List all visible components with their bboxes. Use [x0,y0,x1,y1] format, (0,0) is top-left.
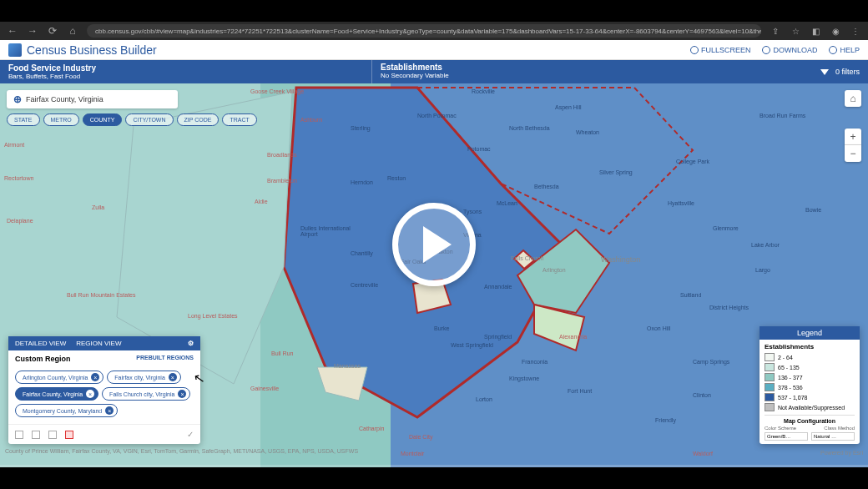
chip-remove-icon[interactable]: × [105,406,114,415]
detailed-view-tab[interactable]: DETAILED VIEW [15,340,66,347]
map-label: Sterling [351,125,371,131]
filter-icon[interactable] [820,69,829,75]
map-label: Rectortown [4,175,33,181]
video-play-button[interactable] [392,203,476,286]
fullscreen-icon [690,46,699,54]
filter-count[interactable]: 0 filters [835,68,860,76]
map-label: Tysons [463,209,482,214]
map-label: Aldie [255,199,268,204]
zoom-out-button[interactable]: − [845,145,861,162]
panel-toolbar: ✓ [8,424,200,444]
play-icon [423,226,452,263]
map-label: Franconia [522,359,548,365]
variable-bar: Food Service Industry Bars, Buffets, Fas… [0,60,868,83]
map-label: Airmont [4,142,24,148]
legend-row: 136 - 377 [765,373,855,381]
url-text: cbb.census.gov/cbb/#view=map&industries=… [95,28,761,35]
map-label: Alexandria [559,334,587,340]
home-button[interactable]: ⌂ [67,25,78,37]
map-label: Brambleton [267,178,297,184]
map-label: Fort Hunt [568,388,592,394]
map-label: Kingstowne [509,376,539,381]
map-label: Wheaton [576,129,599,135]
map-label: Lorton [476,396,492,402]
home-extent-button[interactable]: ⌂ [845,90,861,107]
legend-row: 2 - 64 [765,353,855,361]
map-label: Zulla [92,204,104,210]
fullscreen-button[interactable]: FULLSCREEN [690,46,751,54]
map-label: West Springfield [451,342,493,348]
region-chip[interactable]: Falls Church city, Virginia× [102,387,190,401]
map-label: Broadlands [267,152,296,158]
map-label: Burke [434,325,449,331]
geo-pill-city/town[interactable]: CITY/TOWN [125,113,173,126]
reload-button[interactable]: ⟳ [47,25,58,37]
geo-pill-tract[interactable]: TRACT [222,113,256,126]
download-button[interactable]: DOWNLOAD [762,46,817,54]
map-label: Delaplane [7,218,33,224]
legend-row: 537 - 1,078 [765,393,855,401]
back-button[interactable]: ← [7,25,18,37]
region-chip[interactable]: Arlington County, Virginia× [15,371,103,384]
industry-selector[interactable]: Food Service Industry Bars, Buffets, Fas… [0,60,371,83]
star-icon[interactable]: ☆ [790,25,801,37]
map-label: Long Level Estates [188,313,238,319]
forward-button[interactable]: → [27,25,38,37]
color-scheme-select[interactable]: Green/B… [765,432,808,441]
zoom-in-button[interactable]: + [845,129,861,145]
class-method-select[interactable]: Natural … [811,432,855,441]
chip-remove-icon[interactable]: × [169,373,177,381]
region-view-tab[interactable]: REGION VIEW [76,340,121,347]
map-config-title: Map Configuration [765,418,855,424]
map-label: Falls Church [511,255,543,261]
legend-row: 65 - 135 [765,363,855,371]
map-label: Ashburn [300,117,322,123]
geo-pill-metro[interactable]: METRO [43,113,79,126]
region-chip[interactable]: Montgomery County, Maryland× [15,404,118,417]
geo-pill-zip code[interactable]: ZIP CODE [177,113,220,126]
profile-icon[interactable]: ◉ [830,25,841,37]
tool-copy-icon[interactable] [48,431,57,439]
prebuilt-regions-link[interactable]: PREBUILT REGIONS [136,355,194,363]
panel-settings-icon[interactable]: ⚙ [188,340,194,347]
chip-remove-icon[interactable]: × [178,390,186,398]
map-label: North Bethesda [509,125,550,131]
region-chip[interactable]: Fairfax County, Virginia× [15,387,98,401]
map-attribution: County of Prince William, Fairfax County… [0,446,363,456]
logo-icon [8,43,22,57]
map-label: College Park [676,159,709,164]
map-label: Centreville [351,282,378,288]
share-icon[interactable]: ⇪ [770,25,781,37]
help-button[interactable]: HELP [829,46,860,54]
map-label: McLean [497,200,517,206]
tool-undo-icon[interactable] [32,431,40,439]
address-bar[interactable]: cbb.census.gov/cbb/#view=map&industries=… [87,24,761,38]
legend-row: 378 - 536 [765,383,855,391]
map-label: Suitland [680,292,701,298]
browser-toolbar: ← → ⟳ ⌂ cbb.census.gov/cbb/#view=map&ind… [0,22,868,40]
map-label: Hyattsville [668,200,694,206]
map-label: Oxon Hill [647,325,670,331]
tool-delete-icon[interactable] [65,431,73,439]
extensions-icon[interactable]: ◧ [810,25,821,37]
map-label: Bull Run Mountain Estates [67,292,136,298]
chip-remove-icon[interactable]: × [91,373,99,381]
powered-by: Powered by Esri [820,450,863,456]
chip-remove-icon[interactable]: × [86,390,94,398]
region-panel: DETAILED VIEW REGION VIEW ⚙ Custom Regio… [8,336,200,444]
geo-pill-state[interactable]: STATE [7,113,40,126]
map-label: Aspen Hill [555,104,582,110]
tool-bookmark-icon[interactable] [15,431,23,439]
app-title: Census Business Builder [27,43,157,57]
geo-pill-county[interactable]: COUNTY [83,113,123,126]
map-label: Rockville [472,88,495,94]
map-label: Manassas [334,363,361,369]
location-search[interactable]: ⊕ Fairfax County, Virginia [7,90,178,108]
map-label: Lake Arbor [751,242,780,248]
tool-confirm-icon[interactable]: ✓ [187,430,194,439]
menu-icon[interactable]: ⋮ [850,25,861,37]
variable-selector[interactable]: Establishments No Secondary Variable [371,60,812,83]
map-label: Waldorf [693,451,713,456]
app-header: Census Business Builder FULLSCREEN DOWNL… [0,40,868,60]
region-chip[interactable]: Fairfax city, Virginia× [107,371,180,384]
